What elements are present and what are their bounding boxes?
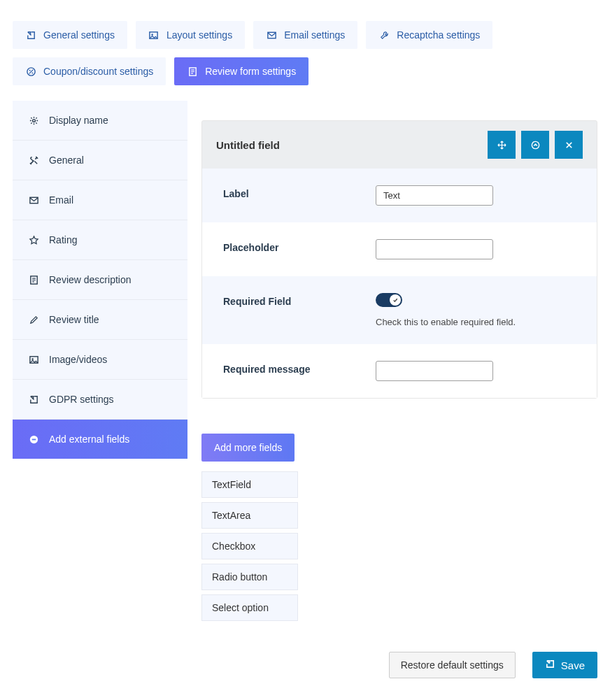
field-card-header: Untitled field — [202, 121, 597, 169]
percent-icon — [25, 66, 36, 77]
sidebar-item-label: Display name — [49, 115, 108, 126]
row-label: Required Field — [223, 293, 376, 307]
sidebar-item-general[interactable]: General — [13, 141, 187, 180]
save-button[interactable]: Save — [532, 652, 597, 678]
sidebar-item-label: General — [49, 155, 84, 166]
form-icon — [187, 66, 198, 77]
collapse-field-button[interactable] — [521, 131, 549, 159]
tab-label: Coupon/discount settings — [43, 66, 153, 77]
field-row-label: Label — [202, 169, 597, 222]
tab-label: Recaptcha settings — [397, 29, 480, 41]
field-title: Untitled field — [216, 139, 280, 151]
option-select[interactable]: Select option — [201, 594, 298, 621]
row-label: Required message — [223, 361, 376, 375]
tab-recaptcha-settings[interactable]: Recaptcha settings — [366, 21, 492, 49]
restore-defaults-button[interactable]: Restore default settings — [389, 652, 516, 678]
minus-circle-icon — [28, 434, 39, 445]
option-textfield[interactable]: TextField — [201, 471, 298, 498]
pencil-icon — [28, 314, 39, 325]
field-row-placeholder: Placeholder — [202, 222, 597, 276]
tab-review-form-settings[interactable]: Review form settings — [174, 57, 308, 85]
sidebar-item-rating[interactable]: Rating — [13, 220, 187, 260]
sidebar-item-label: GDPR settings — [49, 394, 114, 405]
sidebar-item-label: Review title — [49, 314, 99, 325]
row-label: Label — [223, 185, 376, 199]
tab-label: Review form settings — [205, 66, 296, 77]
tab-label: Email settings — [284, 29, 345, 41]
label-input[interactable] — [376, 185, 493, 206]
image-icon — [148, 29, 159, 41]
image-icon — [28, 354, 39, 365]
field-actions — [488, 131, 583, 159]
save-icon — [545, 659, 555, 671]
sidebar-item-review-description[interactable]: Review description — [13, 260, 187, 300]
tools-icon — [28, 155, 39, 166]
field-row-required-message: Required message — [202, 344, 597, 398]
tab-label: Layout settings — [166, 29, 232, 41]
tab-email-settings[interactable]: Email settings — [253, 21, 357, 49]
sidebar-item-display-name[interactable]: Display name — [13, 101, 187, 141]
sidebar-item-label: Rating — [49, 234, 77, 245]
tab-layout-settings[interactable]: Layout settings — [136, 21, 245, 49]
gear-icon — [28, 115, 39, 126]
sidebar-item-add-external-fields[interactable]: Add external fields — [13, 420, 187, 459]
mail-icon — [266, 29, 277, 41]
mail-icon — [28, 194, 39, 206]
add-more-options: TextField TextArea Checkbox Radio button… — [201, 471, 298, 621]
row-label: Placeholder — [223, 239, 376, 253]
check-icon — [390, 294, 401, 306]
sidebar-item-label: Email — [49, 194, 73, 206]
required-toggle[interactable] — [376, 293, 402, 307]
move-field-button[interactable] — [488, 131, 516, 159]
tab-label: General settings — [43, 29, 115, 41]
form-icon — [28, 274, 39, 285]
tab-general-settings[interactable]: General settings — [13, 21, 127, 49]
sidebar-item-label: Image/videos — [49, 354, 107, 365]
add-more-section: Add more fields TextField TextArea Check… — [201, 434, 597, 621]
option-radio-button[interactable]: Radio button — [201, 564, 298, 590]
star-icon — [28, 234, 39, 245]
wrench-icon — [378, 29, 390, 41]
remove-field-button[interactable] — [555, 131, 583, 159]
content: Untitled field Label Placeholder — [201, 101, 597, 678]
field-row-required: Required Field Check this to enable requ… — [202, 276, 597, 344]
sidebar-item-image-videos[interactable]: Image/videos — [13, 340, 187, 380]
sidebar: Display name General Email Rating Review… — [13, 101, 187, 459]
required-message-input[interactable] — [376, 361, 493, 381]
field-card: Untitled field Label Placeholder — [201, 120, 597, 399]
sidebar-item-label: Review description — [49, 274, 132, 285]
option-textarea[interactable]: TextArea — [201, 502, 298, 529]
footer: Restore default settings Save — [201, 652, 597, 678]
sidebar-item-email[interactable]: Email — [13, 180, 187, 220]
option-checkbox[interactable]: Checkbox — [201, 533, 298, 559]
placeholder-input[interactable] — [376, 239, 493, 259]
top-tabs: General settings Layout settings Email s… — [13, 21, 597, 85]
sidebar-item-review-title[interactable]: Review title — [13, 300, 187, 340]
add-more-fields-button[interactable]: Add more fields — [201, 434, 295, 462]
sidebar-item-label: Add external fields — [49, 434, 129, 445]
sidebar-item-gdpr[interactable]: GDPR settings — [13, 380, 187, 420]
save-label: Save — [561, 659, 585, 671]
tab-coupon-settings[interactable]: Coupon/discount settings — [13, 57, 166, 85]
external-icon — [25, 29, 36, 41]
required-hint: Check this to enable required field. — [376, 317, 576, 327]
external-icon — [28, 394, 39, 405]
